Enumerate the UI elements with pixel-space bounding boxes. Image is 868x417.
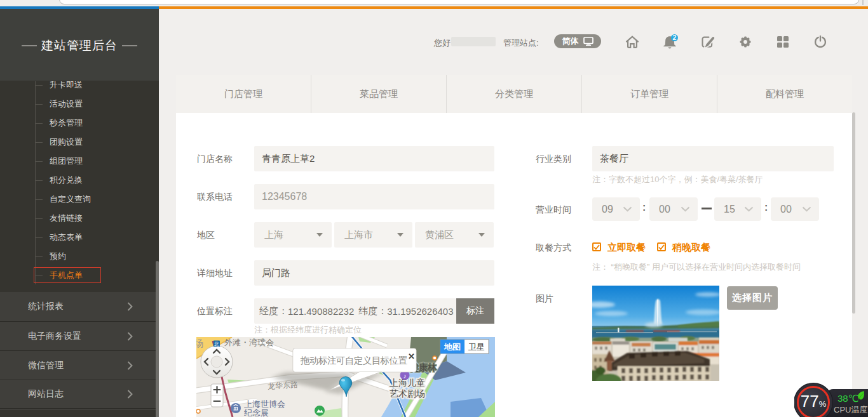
svg-text:拖动标注可自定义目标位置: 拖动标注可自定义目标位置 bbox=[300, 355, 408, 366]
svg-text:2: 2 bbox=[673, 34, 677, 41]
svg-text:艺术剧场: 艺术剧场 bbox=[390, 388, 425, 399]
svg-text:✕: ✕ bbox=[408, 352, 415, 361]
svg-text:地图: 地图 bbox=[444, 342, 461, 352]
svg-text:上海儿童: 上海儿童 bbox=[390, 378, 425, 388]
svg-text:♪: ♪ bbox=[403, 373, 407, 380]
svg-text:场: 场 bbox=[196, 338, 203, 348]
svg-text:卫星: 卫星 bbox=[468, 342, 485, 352]
svg-text:北: 北 bbox=[214, 341, 219, 347]
svg-text:外滩・湾璞会: 外滩・湾璞会 bbox=[224, 338, 274, 347]
svg-text:纪念展: 纪念展 bbox=[244, 408, 269, 417]
svg-text:上海世博会: 上海世博会 bbox=[244, 399, 285, 409]
